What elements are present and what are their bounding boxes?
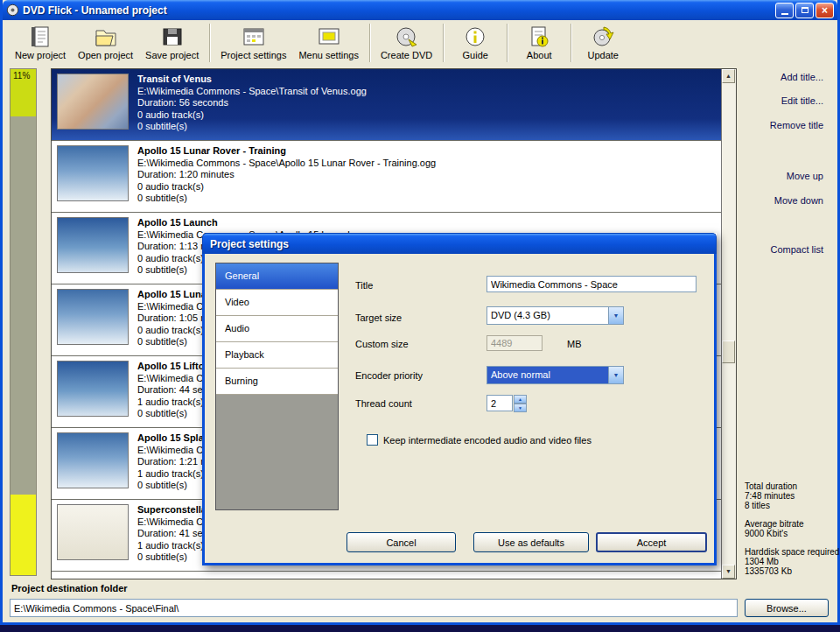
toolbar-guide[interactable]: Guide	[448, 23, 502, 60]
minimize-icon	[781, 13, 788, 15]
title-duration: Duration: 1:20 minutes	[137, 169, 436, 181]
thread-count-label: Thread count	[355, 398, 412, 409]
toolbar-label: Create DVD	[381, 50, 432, 60]
title-row[interactable]: Transit of Venus E:\Wikimedia Commons - …	[52, 69, 721, 141]
tab-audio[interactable]: Audio	[216, 316, 338, 342]
spin-up-icon[interactable]: ▲	[514, 395, 527, 404]
toolbar-open-project[interactable]: Open project	[72, 23, 139, 60]
bitrate-label: Average bitrate	[745, 519, 840, 529]
title-name: Apollo 15 Launch	[137, 217, 372, 229]
browse-button[interactable]: Browse...	[745, 599, 829, 617]
remove-title-button[interactable]: Remove title	[770, 120, 823, 130]
space-kb: 1335703 Kb	[745, 566, 840, 576]
title-path: E:\Wikimedia Commons - Space\Apollo 15 L…	[137, 158, 436, 170]
toolbar: New project Open project Save project Pr…	[5, 22, 835, 66]
toolbar-separator	[209, 24, 210, 62]
open-project-icon	[94, 23, 117, 50]
toolbar-label: Guide	[463, 50, 488, 60]
minimize-button[interactable]	[775, 3, 794, 18]
scroll-down-button[interactable]: ▼	[722, 565, 735, 579]
window-title: DVD Flick - Unnamed project	[23, 4, 774, 17]
title-path: E:\Wikimedia Commons - Space\Transit of …	[137, 86, 367, 98]
toolbar-about[interactable]: About	[512, 23, 566, 60]
total-duration-value: 7:48 minutes	[745, 491, 840, 501]
toolbar-save-project[interactable]: Save project	[139, 23, 205, 60]
title-subtitles: 0 subtitle(s)	[137, 121, 367, 133]
video-thumbnail	[57, 217, 129, 273]
dialog-titlebar[interactable]: Project settings	[202, 233, 717, 254]
toolbar-menu-settings[interactable]: Menu settings	[292, 23, 364, 60]
menu-settings-icon	[318, 23, 340, 50]
cancel-button[interactable]: Cancel	[346, 532, 456, 552]
thread-count-stepper: ▲ ▼	[514, 395, 527, 411]
tab-general[interactable]: General	[216, 263, 338, 290]
compact-list-button[interactable]: Compact list	[770, 244, 823, 255]
toolbar-label: Save project	[145, 50, 199, 60]
encoder-priority-select[interactable]: Above normal ▼	[486, 366, 624, 384]
target-size-label: Target size	[355, 312, 402, 323]
project-settings-icon	[242, 23, 265, 50]
target-size-value: DVD (4.3 GB)	[487, 307, 608, 324]
add-title-button[interactable]: Add title...	[780, 72, 823, 82]
project-title-input[interactable]	[486, 276, 696, 292]
use-as-defaults-button[interactable]: Use as defaults	[473, 532, 589, 552]
toolbar-separator	[507, 24, 508, 62]
bitrate-value: 9000 Kbit's	[745, 529, 840, 538]
app-icon	[6, 4, 19, 17]
scrollbar-thumb[interactable]	[722, 341, 735, 363]
chevron-down-icon[interactable]: ▼	[608, 367, 623, 383]
video-thumbnail	[57, 504, 129, 560]
toolbar-update[interactable]: Update	[576, 23, 630, 60]
destination-folder-label: Project destination folder	[11, 583, 128, 593]
target-size-select[interactable]: DVD (4.3 GB) ▼	[486, 306, 624, 325]
video-thumbnail	[57, 289, 129, 345]
toolbar-separator	[570, 24, 571, 62]
space-mb: 1304 Mb	[745, 557, 840, 566]
keep-intermediate-checkbox[interactable]	[367, 434, 378, 446]
custom-size-label: Custom size	[355, 339, 409, 349]
custom-size-unit: MB	[567, 339, 582, 349]
restore-icon	[802, 7, 808, 13]
toolbar-label: About	[527, 50, 552, 60]
tab-burning[interactable]: Burning	[216, 369, 338, 395]
toolbar-new-project[interactable]: New project	[9, 23, 72, 60]
tab-playback[interactable]: Playback	[216, 342, 338, 369]
settings-tabs: General Video Audio Playback Burning	[215, 263, 339, 510]
encoder-priority-label: Encoder priority	[355, 370, 423, 381]
destination-folder-input[interactable]	[10, 599, 738, 617]
toolbar-label: Menu settings	[298, 50, 358, 60]
title-audio: 0 audio track(s)	[137, 109, 367, 122]
title-row[interactable]: Apollo 15 Lunar Rover - Training E:\Wiki…	[52, 141, 721, 213]
custom-size-input	[486, 335, 542, 351]
chevron-down-icon[interactable]: ▼	[608, 307, 623, 324]
keep-intermediate-label: Keep intermediate encoded audio and vide…	[383, 435, 592, 446]
toolbar-separator	[369, 24, 370, 62]
thread-count-input[interactable]	[486, 395, 513, 411]
create-dvd-icon	[396, 23, 418, 50]
toolbar-label: Open project	[78, 50, 133, 60]
scroll-up-button[interactable]: ▲	[722, 69, 735, 83]
toolbar-label: Update	[587, 50, 618, 60]
accept-button[interactable]: Accept	[596, 532, 707, 552]
close-button[interactable]: ×	[816, 3, 834, 18]
project-summary: Total duration 7:48 minutes 8 titles Ave…	[745, 481, 840, 576]
titles-count: 8 titles	[745, 501, 840, 510]
tab-video[interactable]: Video	[216, 290, 338, 316]
toolbar-create-dvd[interactable]: Create DVD	[374, 23, 438, 60]
move-up-button[interactable]: Move up	[787, 171, 823, 181]
total-duration-label: Total duration	[745, 481, 840, 491]
edit-title-button[interactable]: Edit title...	[781, 95, 823, 106]
about-icon	[528, 23, 550, 50]
encoder-priority-value: Above normal	[487, 367, 608, 383]
video-thumbnail	[57, 432, 129, 488]
titlebar[interactable]: DVD Flick - Unnamed project ×	[3, 0, 837, 20]
maximize-button[interactable]	[795, 3, 814, 18]
spin-down-icon[interactable]: ▼	[514, 404, 527, 412]
toolbar-project-settings[interactable]: Project settings	[214, 23, 292, 60]
space-label: Harddisk space required	[745, 547, 840, 557]
toolbar-label: Project settings	[220, 50, 286, 60]
list-scrollbar[interactable]: ▲ ▼	[721, 69, 736, 579]
guide-icon	[464, 23, 486, 50]
move-down-button[interactable]: Move down	[774, 195, 823, 206]
disc-usage-meter: 11%	[10, 68, 37, 576]
